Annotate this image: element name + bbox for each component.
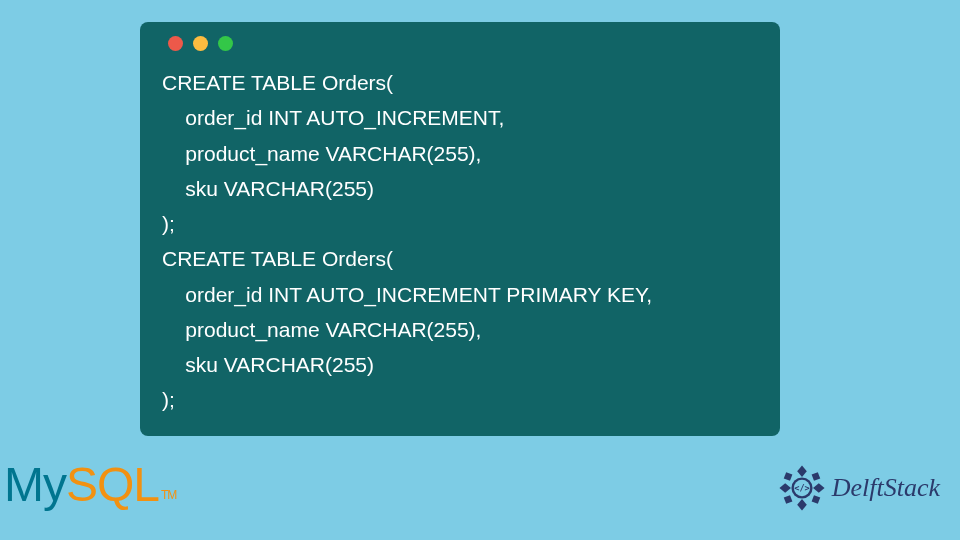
code-line: CREATE TABLE Orders( bbox=[162, 247, 393, 270]
mysql-logo-my: My bbox=[4, 458, 66, 511]
delftstack-icon: </> bbox=[778, 464, 826, 512]
delftstack-text: DelftStack bbox=[832, 473, 940, 503]
mysql-logo-sql: SQL bbox=[66, 458, 159, 511]
svg-marker-0 bbox=[797, 465, 807, 477]
maximize-icon bbox=[218, 36, 233, 51]
code-line: product_name VARCHAR(255), bbox=[162, 318, 481, 341]
svg-marker-7 bbox=[811, 495, 820, 504]
code-content: CREATE TABLE Orders( order_id INT AUTO_I… bbox=[162, 65, 758, 418]
mysql-logo-tm: TM bbox=[161, 488, 176, 502]
svg-marker-5 bbox=[811, 472, 820, 481]
code-line: sku VARCHAR(255) bbox=[162, 353, 374, 376]
code-line: ); bbox=[162, 388, 175, 411]
svg-marker-3 bbox=[813, 483, 825, 493]
code-line: product_name VARCHAR(255), bbox=[162, 142, 481, 165]
window-traffic-lights bbox=[162, 36, 758, 51]
svg-marker-2 bbox=[779, 483, 791, 493]
code-line: sku VARCHAR(255) bbox=[162, 177, 374, 200]
minimize-icon bbox=[193, 36, 208, 51]
svg-marker-4 bbox=[783, 472, 792, 481]
mysql-logo: MySQLTM bbox=[4, 457, 176, 512]
code-line: CREATE TABLE Orders( bbox=[162, 71, 393, 94]
svg-marker-6 bbox=[783, 495, 792, 504]
code-block: CREATE TABLE Orders( order_id INT AUTO_I… bbox=[140, 22, 780, 436]
code-line: ); bbox=[162, 212, 175, 235]
close-icon bbox=[168, 36, 183, 51]
code-line: order_id INT AUTO_INCREMENT, bbox=[162, 106, 504, 129]
svg-text:</>: </> bbox=[794, 483, 810, 493]
svg-marker-1 bbox=[797, 499, 807, 511]
delftstack-logo: </> DelftStack bbox=[778, 464, 940, 512]
code-line: order_id INT AUTO_INCREMENT PRIMARY KEY, bbox=[162, 283, 652, 306]
